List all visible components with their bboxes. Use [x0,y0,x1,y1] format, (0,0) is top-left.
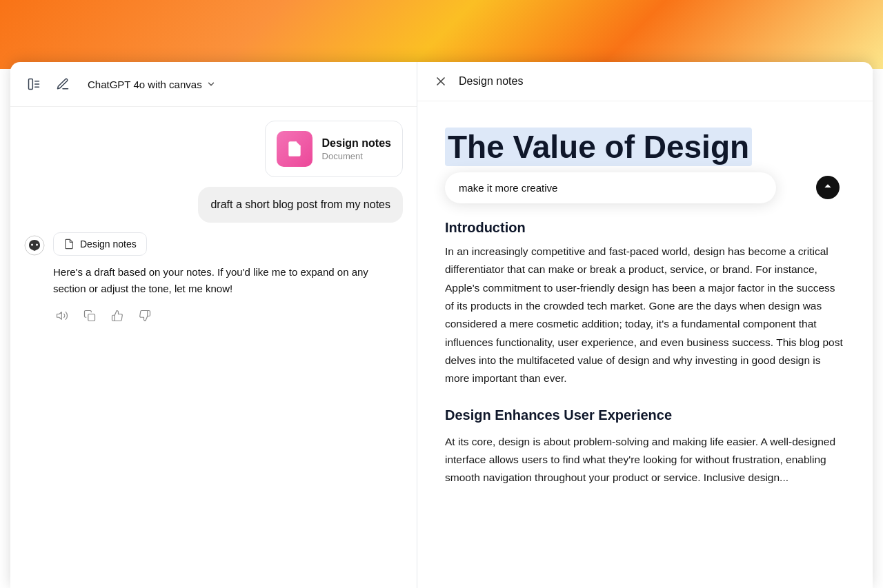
document-card[interactable]: Design notes Document [265,121,403,177]
document-title: Design notes [322,137,391,150]
thumbs-up-icon [111,310,123,322]
doc-ref-icon [63,239,75,250]
document-icon-wrap [277,131,312,167]
sidebar-toggle-button[interactable] [24,74,43,94]
svg-rect-10 [88,314,95,321]
right-panel-content: The Value of Design Introduction In an i… [417,101,873,588]
app-container: ChatGPT 4o with canvas [10,62,873,588]
copy-button[interactable] [81,307,99,325]
right-panel-header: Design notes [417,62,873,101]
inline-edit-input[interactable] [445,172,776,203]
chat-area: Design notes Document draft a short blog… [10,107,417,588]
inline-send-button[interactable] [816,176,840,199]
send-icon [822,182,833,193]
background-gradient [0,0,883,69]
svg-marker-9 [57,312,62,320]
new-chat-button[interactable] [53,74,72,94]
assistant-reply-text: Here's a draft based on your notes. If y… [53,264,383,297]
header: ChatGPT 4o with canvas [10,62,417,107]
section2-heading: Design Enhances User Experience [445,407,845,423]
right-panel: Design notes The Value of Design Introdu… [417,62,873,588]
close-panel-button[interactable] [434,74,448,88]
action-buttons-row [53,307,383,325]
assistant-message: Design notes Here's a draft based on you… [24,232,383,325]
thumbs-down-icon [139,310,151,322]
svg-point-8 [36,244,38,246]
speak-button[interactable] [53,307,71,325]
model-name-label: ChatGPT 4o with canvas [88,79,202,90]
intro-text: In an increasingly competitive and fast-… [445,243,845,388]
inline-edit-container [445,172,845,203]
user-message-text: draft a short blog post from my notes [210,199,390,210]
thumbs-down-button[interactable] [136,307,154,325]
assistant-content: Design notes Here's a draft based on you… [53,232,383,325]
svg-point-7 [31,244,33,246]
document-icon [286,140,304,158]
design-notes-reference[interactable]: Design notes [53,232,147,256]
left-panel: ChatGPT 4o with canvas [10,62,417,588]
chevron-down-icon [206,79,216,89]
design-notes-ref-label: Design notes [80,239,137,250]
blog-title-container: The Value of Design [445,129,845,165]
document-type: Document [322,151,391,161]
intro-heading: Introduction [445,220,845,236]
panel-title: Design notes [459,75,523,88]
user-message-bubble: draft a short blog post from my notes [198,187,403,223]
document-info: Design notes Document [322,137,391,161]
speaker-icon [56,310,68,322]
thumbs-up-button[interactable] [108,307,126,325]
model-selector[interactable]: ChatGPT 4o with canvas [82,76,221,93]
copy-icon [83,310,96,322]
blog-title: The Value of Design [445,128,752,166]
section2-text: At its core, design is about problem-sol… [445,433,845,487]
close-icon [434,74,448,88]
assistant-avatar [24,235,45,256]
svg-rect-0 [29,79,33,90]
